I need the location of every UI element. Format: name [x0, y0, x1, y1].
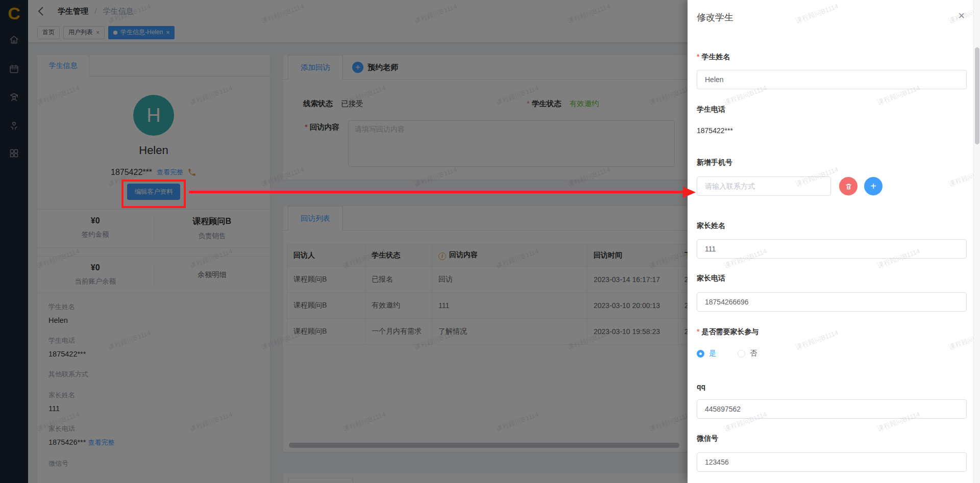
annotation-highlight-box [121, 180, 186, 208]
required-mark: * [697, 53, 699, 61]
student-name-input[interactable] [697, 70, 967, 89]
radio-unselected-icon [738, 350, 745, 358]
parent-name-label: 家长姓名 [697, 221, 967, 230]
student-phone-value: 1875422*** [697, 126, 967, 135]
radio-no-label: 否 [750, 349, 757, 358]
trash-icon [845, 183, 852, 190]
qq-input[interactable] [697, 399, 967, 419]
add-phone-button[interactable]: + [864, 177, 883, 195]
delete-phone-button[interactable] [839, 177, 857, 195]
qq-label: qq [697, 382, 967, 391]
drawer-form: *学生姓名 学生电话 1875422*** 新增手机号 + 家长姓名 家长电话 … [697, 47, 967, 472]
wechat-input[interactable] [697, 452, 967, 472]
parent-join-label-text: 是否需要家长参与 [701, 327, 758, 336]
radio-yes-label: 是 [709, 349, 716, 358]
drawer-title: 修改学生 [697, 11, 733, 23]
drawer-mask-overlay[interactable] [0, 0, 688, 483]
required-mark: * [697, 327, 699, 336]
parent-join-label: *是否需要家长参与 [697, 327, 967, 336]
radio-yes[interactable]: 是 [697, 349, 716, 358]
new-phone-input[interactable] [697, 176, 831, 196]
student-name-label-text: 学生姓名 [701, 53, 730, 61]
radio-no[interactable]: 否 [738, 349, 757, 358]
parent-join-radio-group: 是 否 [697, 349, 967, 358]
parent-phone-input[interactable] [697, 292, 967, 312]
scrollbar-thumb[interactable] [975, 47, 979, 144]
close-icon[interactable]: × [958, 10, 965, 21]
student-name-label: *学生姓名 [697, 52, 967, 61]
app-window: C 学生管理 / 学生信息 首页 用户列表× 学生信息-Helen× [0, 0, 980, 483]
wechat-label: 微信号 [697, 434, 967, 443]
parent-phone-label: 家长电话 [697, 273, 967, 283]
new-phone-label: 新增手机号 [697, 158, 967, 167]
edit-student-drawer: 修改学生 × *学生姓名 学生电话 1875422*** 新增手机号 + 家长姓… [688, 0, 980, 483]
parent-name-input[interactable] [697, 239, 967, 259]
student-phone-label: 学生电话 [697, 105, 967, 114]
annotation-arrow-line [189, 191, 684, 193]
annotation-arrow-head-icon [683, 187, 696, 198]
window-scrollbar[interactable] [973, 0, 980, 483]
radio-selected-icon [697, 350, 704, 358]
